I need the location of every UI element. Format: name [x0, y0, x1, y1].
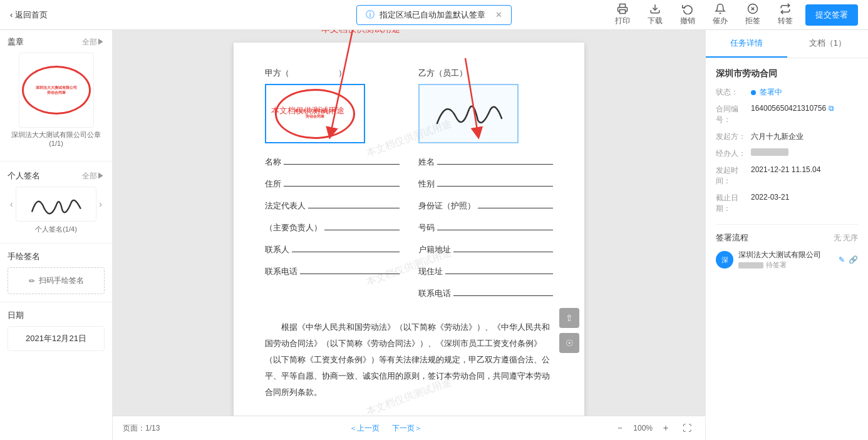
annotation-label-1: 本文档仅供测试用途	[321, 30, 400, 35]
revoke-icon	[682, 3, 693, 14]
handler-value	[751, 148, 858, 156]
sig-prev-button[interactable]: ‹	[8, 197, 16, 212]
revoke-button[interactable]: 撤销	[675, 1, 700, 29]
para-text: 根据《中华人民共和国劳动法》（以下简称《劳动法》）、《中华人民共和国劳动合同法》…	[265, 319, 553, 401]
form-fullname: 姓名	[418, 153, 553, 168]
form-address: 住所	[265, 175, 400, 190]
personal-sig-all-button[interactable]: 全部▶	[82, 171, 105, 182]
zoom-out-button[interactable]: －	[612, 421, 628, 435]
flow-user-masked	[738, 262, 763, 269]
handler-label: 经办人：	[716, 148, 751, 159]
urge-button[interactable]: 催办	[708, 1, 733, 29]
document-content[interactable]: 本文档仅供测试用途 本文档仅供测试用途	[113, 30, 705, 416]
date-box[interactable]: 2021年12月21日	[8, 326, 105, 351]
submit-button[interactable]: 提交签署	[805, 4, 858, 26]
form-current-addr: 现住址	[418, 263, 553, 277]
seal-image-container: 深圳法大大测试有限公司劳动合同章	[19, 53, 94, 128]
status-row: 状态： 签署中	[716, 87, 858, 98]
print-label: 打印	[615, 16, 630, 26]
personal-sig-section: 个人签名 全部▶ ‹ › 个人签名(1/4)	[0, 164, 112, 240]
svg-rect-0	[620, 10, 626, 14]
zoom-level: 100%	[633, 424, 653, 432]
signature-svg	[16, 187, 96, 221]
deadline-value: 2022-03-21	[751, 193, 858, 202]
form-gender: 性别	[418, 175, 553, 190]
date-title: 日期	[8, 310, 105, 321]
sig-box[interactable]	[16, 187, 97, 222]
form-left-col: 名称 住所 法定代表人 （主要负责人） 联系人 联系电话	[265, 153, 400, 307]
fit-page-button[interactable]: ⛶	[679, 422, 695, 434]
print-icon	[617, 3, 628, 14]
back-label: 返回首页	[15, 9, 48, 21]
revoke-label: 撤销	[680, 16, 695, 26]
seal-section-title: 盖章	[8, 36, 24, 48]
form-contact: 联系人	[265, 241, 400, 255]
download-button[interactable]: 下载	[643, 1, 668, 29]
contract-no-row: 合同编号： 164005650421310756 ⧉	[716, 104, 858, 125]
document-page: 本文档仅供测试用途 本文档仅供测试用途 本文档仅供测试用途 甲方（ ）	[234, 43, 584, 416]
pen-icon: ✏	[29, 277, 35, 285]
toolbar-right: 打印 下载 撤销 催办 拒签 转签 提交签署	[610, 1, 858, 29]
notification-bar: ⓘ 指定区域已自动加盖默认签章 ✕	[356, 5, 512, 25]
seal-item[interactable]: 深圳法大大测试有限公司劳动合同章 深圳法大大测试有限公司公章(1/1)	[8, 53, 105, 147]
form-main-person: （主要负责人）	[265, 219, 400, 233]
back-button[interactable]: ‹ 返回首页	[10, 9, 48, 21]
flow-avatar: 深	[716, 251, 733, 269]
toolbar-center: ⓘ 指定区域已自动加盖默认签章 ✕	[356, 5, 512, 25]
employee-signature-svg	[428, 92, 509, 136]
close-notification-button[interactable]: ✕	[495, 10, 502, 19]
tab-document[interactable]: 文档（1）	[787, 30, 869, 58]
page-navigation: ＜上一页 下一页＞	[349, 423, 422, 434]
form-fields-row: 名称 住所 法定代表人 （主要负责人） 联系人 联系电话 姓名 性别	[265, 153, 553, 307]
seal-section-all-button[interactable]: 全部▶	[82, 37, 105, 48]
print-button[interactable]: 打印	[610, 1, 635, 29]
form-hukou: 户籍地址	[418, 241, 553, 255]
transfer-button[interactable]: 转签	[773, 1, 798, 29]
next-page-button[interactable]: 下一页＞	[392, 423, 422, 434]
prev-page-button[interactable]: ＜上一页	[349, 423, 380, 434]
divider-3	[0, 302, 112, 302]
flow-action-icons: ✎ 🔗	[839, 255, 858, 264]
seal-text: 深圳法大大测试有限公司劳动合同章	[34, 84, 78, 97]
transfer-icon	[780, 3, 791, 14]
flow-edit-icon[interactable]: ✎	[839, 255, 845, 264]
send-time-label: 发起时间：	[716, 165, 751, 187]
sign-flow-header: 签署流程 无 无序	[716, 232, 858, 243]
toolbar-left: ‹ 返回首页	[10, 9, 48, 21]
document-footer: 页面：1/13 ＜上一页 下一页＞ － 100% ＋ ⛶	[113, 416, 705, 440]
status-text: 签署中	[760, 87, 782, 98]
location-button[interactable]: ☉	[559, 333, 579, 353]
handwrite-button[interactable]: ✏ 扫码手绘签名	[8, 267, 105, 294]
right-tabs: 任务详情 文档（1）	[706, 30, 868, 58]
personal-sig-title: 个人签名	[8, 170, 40, 182]
doc-side-buttons: ⇧ ☉	[559, 308, 579, 353]
party-a-label: 甲方（ ）	[265, 68, 400, 79]
reject-button[interactable]: 拒签	[740, 1, 765, 29]
urge-label: 催办	[713, 16, 728, 26]
zoom-in-button[interactable]: ＋	[658, 421, 674, 435]
form-id-no: 号码	[418, 219, 553, 233]
form-id: 身份证（护照）	[418, 197, 553, 212]
reject-icon	[747, 3, 758, 14]
date-section: 日期 2021年12月21日	[0, 305, 112, 356]
document-body: 甲方（ ） 深圳法大大测试有限公司劳动合同章 乙	[265, 68, 553, 401]
date-value: 2021年12月21日	[26, 334, 86, 343]
party-a-text: 甲方（	[265, 68, 289, 78]
sign-flow-title: 签署流程	[716, 232, 748, 243]
copy-contract-no-button[interactable]: ⧉	[829, 104, 834, 113]
page-indicator: 页面：1/13	[123, 423, 160, 434]
flow-link-icon[interactable]: 🔗	[849, 255, 858, 264]
flow-item: 深 深圳法大大测试有限公司 待签署 ✎ 🔗	[716, 250, 858, 270]
sig-next-button[interactable]: ›	[96, 197, 105, 212]
flow-status: 待签署	[766, 260, 787, 270]
right-sidebar: 任务详情 文档（1） 深圳市劳动合同 状态： 签署中 合同编号： 1640056…	[705, 30, 868, 440]
handwrite-title: 手绘签名	[8, 251, 105, 262]
tab-task-detail[interactable]: 任务详情	[706, 30, 787, 58]
flow-status-row: 待签署	[738, 260, 834, 270]
contract-title: 深圳市劳动合同	[716, 68, 858, 79]
party-b-sig-box[interactable]	[418, 84, 519, 143]
form-phone-right: 联系电话	[418, 285, 553, 299]
scroll-up-button[interactable]: ⇧	[559, 308, 579, 328]
contract-no-label: 合同编号：	[716, 104, 751, 125]
contract-paragraph: 根据《中华人民共和国劳动法》（以下简称《劳动法》）、《中华人民共和国劳动合同法》…	[265, 319, 553, 401]
